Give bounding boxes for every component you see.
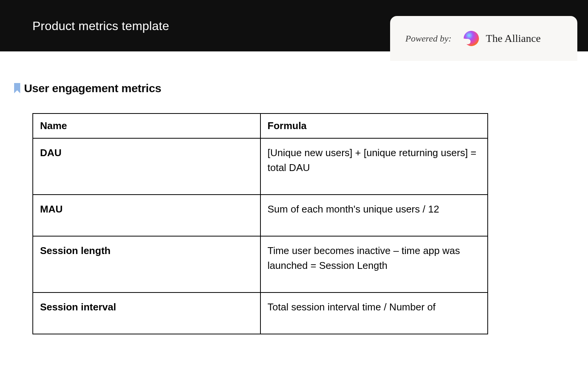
table-row: Session interval Total session interval … <box>33 292 488 334</box>
metric-name: Session length <box>33 236 260 292</box>
table-row: MAU Sum of each month's unique users / 1… <box>33 195 488 236</box>
document-body: User engagement metrics Name Formula DAU… <box>0 51 588 350</box>
column-header-formula: Formula <box>260 113 488 138</box>
section-heading: User engagement metrics <box>13 82 556 95</box>
column-header-name: Name <box>33 113 260 138</box>
metric-formula: [Unique new users] + [unique returning u… <box>260 138 488 195</box>
table-header-row: Name Formula <box>33 113 488 138</box>
metric-formula: Time user becomes inactive – time app wa… <box>260 236 488 292</box>
powered-by-card: Powered by: The Alliance <box>390 16 577 61</box>
metrics-table: Name Formula DAU [Unique new users] + [u… <box>32 113 488 334</box>
metric-name: DAU <box>33 138 260 195</box>
brand-name: The Alliance <box>486 32 541 45</box>
page-header: Product metrics template Powered by: <box>0 0 588 51</box>
metric-formula: Sum of each month's unique users / 12 <box>260 195 488 236</box>
document-title: Product metrics template <box>32 19 169 33</box>
powered-by-label: Powered by: <box>405 34 451 44</box>
metric-name: MAU <box>33 195 260 236</box>
metric-name: Session interval <box>33 292 260 334</box>
table-row: DAU [Unique new users] + [unique returni… <box>33 138 488 195</box>
alliance-logo-icon <box>462 29 480 48</box>
brand-logo: The Alliance <box>462 29 541 48</box>
section-title: User engagement metrics <box>24 82 161 95</box>
bookmark-icon <box>13 83 21 94</box>
table-row: Session length Time user becomes inactiv… <box>33 236 488 292</box>
metric-formula: Total session interval time / Number of <box>260 292 488 334</box>
